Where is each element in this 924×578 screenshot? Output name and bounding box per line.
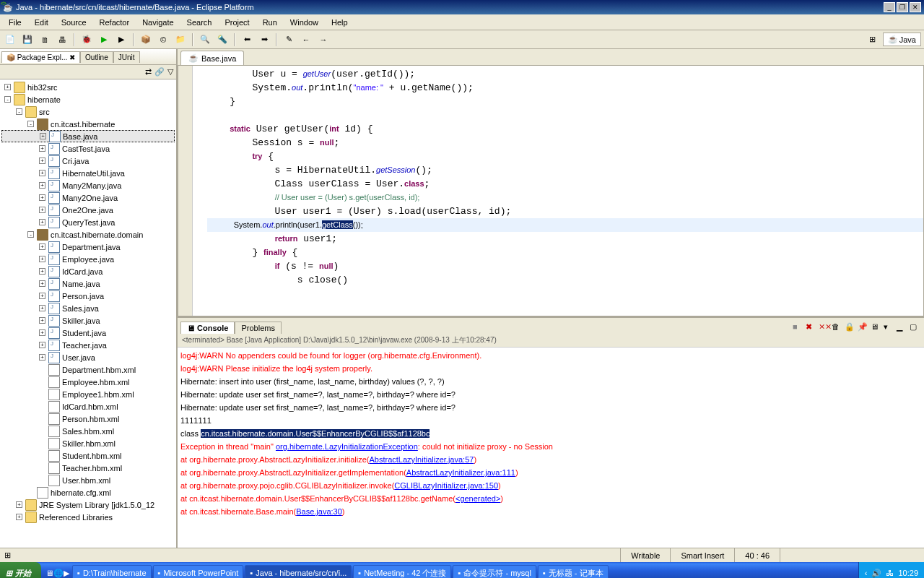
tree-item-src[interactable]: -src: [1, 105, 175, 118]
maximize-button[interactable]: ❐: [897, 2, 908, 12]
remove-all-button[interactable]: ⨯⨯: [819, 322, 830, 334]
tree-item-Many2Many-java[interactable]: +Many2Many.java: [1, 179, 175, 191]
console-output[interactable]: log4j:WARN No appenders could be found f…: [178, 348, 924, 548]
clear-console-button[interactable]: 🗑: [832, 322, 843, 334]
tray-clock[interactable]: 10:29: [898, 569, 918, 577]
tree-item-Employee-java[interactable]: +Employee.java: [1, 253, 175, 265]
expand-toggle[interactable]: +: [39, 243, 45, 250]
debug-button[interactable]: 🐞: [79, 33, 94, 47]
taskbar-item-4[interactable]: ▪命令提示符 - mysql: [453, 565, 536, 578]
sidebar-tab-0[interactable]: 📦 Package Expl... ✖: [1, 51, 80, 63]
sidebar-tab-2[interactable]: JUnit: [113, 51, 140, 63]
tree-item-Skiller-java[interactable]: +Skiller.java: [1, 314, 175, 327]
tree-item-Name-java[interactable]: +Name.java: [1, 277, 175, 290]
expand-toggle[interactable]: +: [39, 317, 45, 324]
link-editor-button[interactable]: 🔗: [154, 67, 165, 77]
open-perspective-button[interactable]: ⊞: [866, 33, 880, 47]
menu-window[interactable]: Window: [284, 17, 324, 28]
tree-item-cn-itcast-hibernate-domain[interactable]: -cn.itcast.hibernate.domain: [1, 228, 175, 241]
tree-item-Person-java[interactable]: +Person.java: [1, 290, 175, 302]
expand-toggle[interactable]: +: [39, 158, 45, 164]
expand-toggle[interactable]: +: [4, 84, 11, 90]
menu-search[interactable]: Search: [181, 17, 218, 28]
expand-toggle[interactable]: -: [27, 231, 34, 238]
new-package-button[interactable]: 📦: [139, 33, 153, 47]
quick-launch-desktop[interactable]: 🖥: [45, 569, 53, 577]
expand-toggle[interactable]: +: [39, 329, 45, 336]
tray-volume-icon[interactable]: 🔊: [871, 569, 881, 578]
expand-toggle[interactable]: +: [39, 280, 45, 287]
open-console-button[interactable]: ▾: [884, 322, 895, 334]
taskbar-item-0[interactable]: ▪D:\Train\hibernate: [72, 565, 152, 578]
tree-item-hibernate-cfg-xml[interactable]: hibernate.cfg.xml: [1, 486, 175, 499]
expand-toggle[interactable]: +: [39, 145, 45, 152]
editor-tab-base[interactable]: ☕ Base.java: [180, 51, 244, 65]
java-perspective[interactable]: ☕ Java: [883, 33, 921, 46]
tray-chevron-icon[interactable]: ‹: [865, 569, 868, 577]
taskbar-item-1[interactable]: ▪Microsoft PowerPoint: [153, 565, 244, 578]
taskbar-item-5[interactable]: ▪无标题 - 记事本: [538, 565, 609, 578]
tree-item-IdCard-java[interactable]: +IdCard.java: [1, 265, 175, 277]
tree-item-Student-java[interactable]: +Student.java: [1, 327, 175, 339]
display-console-button[interactable]: 🖥: [871, 322, 882, 334]
save-all-button[interactable]: 🗎: [38, 33, 52, 47]
expand-toggle[interactable]: +: [39, 207, 45, 213]
taskbar-item-2[interactable]: ▪Java - hibernate/src/cn/i...: [245, 565, 352, 578]
minimize-view-button[interactable]: ▁: [897, 322, 908, 334]
expand-toggle[interactable]: +: [39, 170, 45, 176]
tree-item-User-java[interactable]: +User.java: [1, 351, 175, 363]
print-button[interactable]: 🖶: [55, 33, 69, 47]
back-button[interactable]: ←: [299, 33, 313, 47]
expand-toggle[interactable]: +: [39, 354, 45, 361]
tree-item-Sales-hbm-xml[interactable]: Sales.hbm.xml: [1, 425, 175, 437]
package-tree[interactable]: +hib32src-hibernate-src-cn.itcast.hibern…: [0, 79, 176, 548]
expand-toggle[interactable]: -: [27, 121, 34, 127]
tree-item-cn-itcast-hibernate[interactable]: -cn.itcast.hibernate: [1, 118, 175, 130]
tree-item-IdCard-hbm-xml[interactable]: IdCard.hbm.xml: [1, 400, 175, 413]
system-tray[interactable]: ‹ 🔊 🖧 10:29: [858, 562, 924, 578]
maximize-view-button[interactable]: ▢: [910, 322, 921, 334]
menu-edit[interactable]: Edit: [29, 17, 54, 28]
scroll-lock-button[interactable]: 🔒: [845, 322, 856, 334]
menu-help[interactable]: Help: [326, 17, 354, 28]
new-button[interactable]: 📄: [3, 33, 17, 47]
expand-toggle[interactable]: +: [39, 293, 45, 299]
expand-toggle[interactable]: +: [39, 194, 45, 201]
tree-item-Department-hbm-xml[interactable]: Department.hbm.xml: [1, 363, 175, 376]
tree-item-Employee-hbm-xml[interactable]: Employee.hbm.xml: [1, 376, 175, 388]
menu-source[interactable]: Source: [56, 17, 92, 28]
annotation-prev-button[interactable]: ⬅: [240, 33, 254, 47]
last-edit-button[interactable]: ✎: [282, 33, 296, 47]
run-ext-button[interactable]: ▶: [114, 33, 128, 47]
tree-item-Cri-java[interactable]: +Cri.java: [1, 155, 175, 167]
expand-toggle[interactable]: +: [39, 342, 45, 348]
tree-item-Student-hbm-xml[interactable]: Student.hbm.xml: [1, 449, 175, 462]
fast-view-button[interactable]: ⊞: [0, 551, 15, 560]
menu-project[interactable]: Project: [219, 17, 255, 28]
expand-toggle[interactable]: +: [39, 219, 45, 225]
view-menu-button[interactable]: ▽: [167, 67, 173, 77]
collapse-all-button[interactable]: ⇄: [145, 67, 152, 77]
tree-item-Teacher-hbm-xml[interactable]: Teacher.hbm.xml: [1, 462, 175, 474]
expand-toggle[interactable]: +: [39, 182, 45, 189]
tree-item-QueryTest-java[interactable]: +QueryTest.java: [1, 216, 175, 228]
close-button[interactable]: ✕: [910, 2, 921, 12]
expand-toggle[interactable]: +: [40, 133, 46, 139]
remove-launch-button[interactable]: ✖: [806, 322, 817, 334]
pin-console-button[interactable]: 📌: [858, 322, 869, 334]
tree-item-JRE System Library [jdk1-5-0_12[interactable]: +JRE System Library [jdk1.5.0_12: [1, 499, 175, 511]
tree-item-Teacher-java[interactable]: +Teacher.java: [1, 339, 175, 351]
tray-network-icon[interactable]: 🖧: [886, 569, 894, 577]
tree-item-One2One-java[interactable]: +One2One.java: [1, 204, 175, 216]
expand-toggle[interactable]: -: [16, 108, 22, 115]
expand-toggle[interactable]: +: [39, 268, 45, 275]
new-class-button[interactable]: ©: [156, 33, 170, 47]
terminate-button[interactable]: ■: [793, 322, 804, 334]
menu-refactor[interactable]: Refactor: [94, 17, 136, 28]
expand-toggle[interactable]: +: [16, 514, 22, 520]
expand-toggle[interactable]: +: [39, 305, 45, 311]
tree-item-Referenced Libraries[interactable]: +Referenced Libraries: [1, 511, 175, 523]
menu-file[interactable]: File: [3, 17, 27, 28]
tree-item-User-hbm-xml[interactable]: User.hbm.xml: [1, 474, 175, 486]
sidebar-tab-1[interactable]: Outline: [80, 51, 113, 63]
